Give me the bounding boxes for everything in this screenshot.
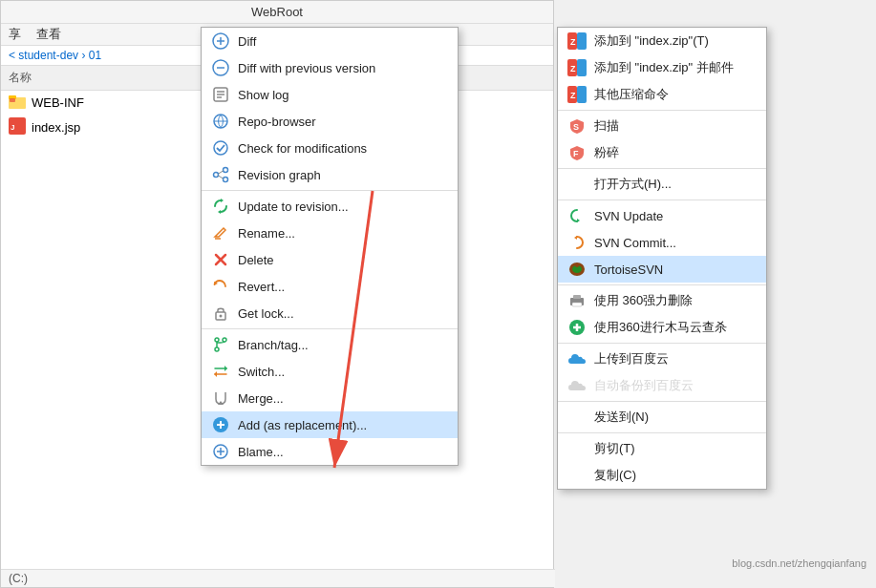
menu-label-add-zip-t: 添加到 "index.zip"(T) xyxy=(594,32,709,50)
menu-item-revision-graph[interactable]: Revision graph xyxy=(202,161,458,188)
menu-label-diff-prev: Diff with previous version xyxy=(238,61,375,75)
menu-item-revert[interactable]: Revert... xyxy=(202,273,458,300)
menu-item-svn-update[interactable]: SVN Update xyxy=(558,202,766,229)
menu-item-diff[interactable]: Diff xyxy=(202,28,458,54)
menu-label-branch-tag: Branch/tag... xyxy=(238,338,309,352)
menu-item-copy[interactable]: 复制(C) xyxy=(558,462,766,489)
svg-rect-47 xyxy=(577,59,587,76)
svg-point-58 xyxy=(575,263,579,267)
diff-icon xyxy=(211,32,230,51)
toolbar-enjoy[interactable]: 享 xyxy=(9,26,21,43)
menu-label-revert: Revert... xyxy=(238,280,285,294)
send-icon xyxy=(567,408,587,427)
svg-rect-2 xyxy=(10,98,15,102)
svg-rect-61 xyxy=(572,303,582,306)
menu-item-tortoise-svn[interactable]: TortoiseSVN xyxy=(558,256,766,283)
menu-item-add-replacement[interactable]: Add (as replacement)... xyxy=(202,411,458,438)
menu-item-diff-prev[interactable]: Diff with previous version xyxy=(202,54,458,81)
menu-label-check-mod: Check for modifications xyxy=(238,141,367,156)
menu-item-trojan-360[interactable]: 使用360进行木马云查杀 xyxy=(558,314,766,341)
jsp-icon: J xyxy=(9,117,26,137)
menu-item-get-lock[interactable]: Get lock... xyxy=(202,300,458,326)
delete-icon xyxy=(211,250,230,269)
menu-item-merge[interactable]: Merge... xyxy=(202,385,458,411)
right-separator-7 xyxy=(558,432,766,433)
menu-item-blame[interactable]: Blame... xyxy=(202,438,458,465)
right-separator-1 xyxy=(558,110,766,111)
menu-item-auto-baidu[interactable]: 自动备份到百度云 xyxy=(558,372,766,399)
shield-icon: S xyxy=(567,116,587,136)
svg-point-18 xyxy=(224,168,228,173)
menu-item-scan[interactable]: S 扫描 xyxy=(558,113,766,139)
menu-item-other-zip[interactable]: Z 其他压缩命令 xyxy=(558,81,766,108)
svg-marker-34 xyxy=(224,366,227,371)
svg-line-20 xyxy=(219,171,224,174)
menu-item-svn-commit[interactable]: SVN Commit... xyxy=(558,229,766,256)
menu-item-update[interactable]: Update to revision... xyxy=(202,193,458,220)
menu-label-switch: Switch... xyxy=(238,365,285,379)
menu-item-upload-baidu[interactable]: 上传到百度云 xyxy=(558,346,766,372)
toolbar-view[interactable]: 查看 xyxy=(36,26,61,43)
menu-item-delete[interactable]: Delete xyxy=(202,246,458,273)
svg-marker-23 xyxy=(218,210,221,214)
menu-label-copy: 复制(C) xyxy=(594,467,636,484)
menu-item-repo-browser[interactable]: Repo-browser xyxy=(202,108,458,135)
check-icon xyxy=(211,138,230,158)
svg-point-16 xyxy=(214,141,227,155)
menu-item-open-with[interactable]: 打开方式(H)... xyxy=(558,171,766,198)
lock-icon xyxy=(211,304,230,323)
menu-item-add-zip-t[interactable]: Z 添加到 "index.zip"(T) xyxy=(558,28,766,54)
right-separator-5 xyxy=(558,343,766,344)
menu-item-check-mod[interactable]: Check for modifications xyxy=(202,135,458,161)
svg-rect-50 xyxy=(577,86,587,103)
menu-item-rename[interactable]: Rename... xyxy=(202,220,458,246)
menu-item-delete-360[interactable]: 使用 360强力删除 xyxy=(558,287,766,314)
plus-icon xyxy=(567,318,587,337)
repo-icon xyxy=(211,112,230,131)
menu-label-open-with: 打开方式(H)... xyxy=(594,176,672,193)
zip-other-icon: Z xyxy=(567,85,587,104)
menu-item-switch[interactable]: Switch... xyxy=(202,358,458,385)
menu-label-trojan-360: 使用360进行木马云查杀 xyxy=(594,319,727,336)
rename-icon xyxy=(211,223,230,242)
menu-item-branch-tag[interactable]: Branch/tag... xyxy=(202,331,458,358)
svg-point-19 xyxy=(224,178,228,182)
cut-icon xyxy=(567,439,587,458)
menu-item-smash[interactable]: F 粉碎 xyxy=(558,139,766,166)
watermark: blog.csdn.net/zhengqianfang xyxy=(732,557,866,569)
tortoise-icon xyxy=(567,260,587,279)
menu-label-diff: Diff xyxy=(238,34,256,49)
svg-point-32 xyxy=(215,347,219,351)
separator-1 xyxy=(202,190,458,191)
svg-point-17 xyxy=(214,173,219,178)
menu-item-add-zip-mail[interactable]: Z 添加到 "index.zip" 并邮件 xyxy=(558,54,766,81)
menu-item-show-log[interactable]: Show log xyxy=(202,81,458,108)
menu-label-svn-update: SVN Update xyxy=(594,209,663,223)
cloud-icon xyxy=(567,349,587,368)
separator-2 xyxy=(202,328,458,329)
log-icon xyxy=(211,85,230,104)
svg-line-21 xyxy=(219,176,224,178)
open-icon xyxy=(567,175,587,194)
menu-label-svn-commit: SVN Commit... xyxy=(594,236,676,250)
add-icon xyxy=(211,415,230,434)
left-context-menu: Diff Diff with previous version Show log xyxy=(201,27,459,466)
menu-item-cut[interactable]: 剪切(T) xyxy=(558,435,766,462)
right-separator-2 xyxy=(558,168,766,169)
menu-label-cut: 剪切(T) xyxy=(594,440,635,457)
menu-label-delete: Delete xyxy=(238,253,274,267)
svg-rect-60 xyxy=(573,295,581,299)
svg-text:Z: Z xyxy=(570,37,576,47)
svn-commit-icon xyxy=(567,233,587,252)
menu-label-show-log: Show log xyxy=(238,88,288,102)
svg-point-29 xyxy=(220,315,223,318)
zip-mail-icon: Z xyxy=(567,58,587,77)
menu-item-send-to[interactable]: 发送到(N) xyxy=(558,404,766,430)
svg-text:F: F xyxy=(573,149,579,158)
menu-label-update: Update to revision... xyxy=(238,200,349,214)
copy-icon xyxy=(567,466,587,485)
switch-icon xyxy=(211,362,230,381)
folder-icon xyxy=(9,94,26,112)
menu-label-other-zip: 其他压缩命令 xyxy=(594,86,669,103)
menu-label-blame: Blame... xyxy=(238,445,284,459)
